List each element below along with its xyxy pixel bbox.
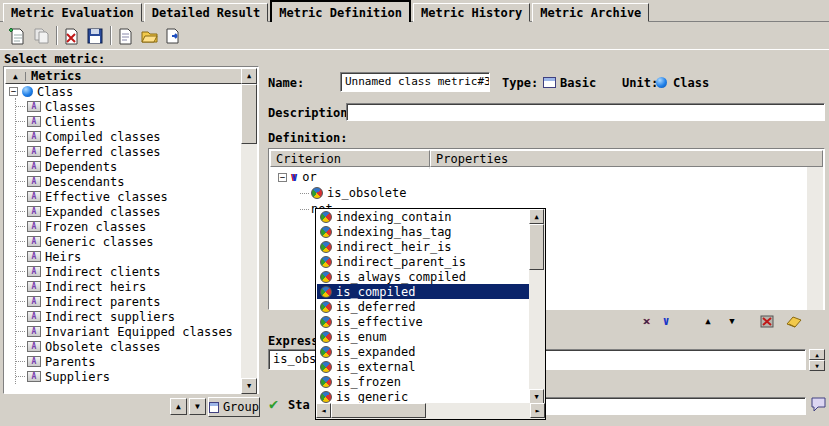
dropdown-scroll-down-icon[interactable]: ▼	[529, 389, 544, 404]
tab-metric-history[interactable]: Metric History	[413, 3, 530, 22]
tree-item-indirect-suppliers[interactable]: AIndirect suppliers	[5, 309, 242, 324]
import-metric-button[interactable]	[114, 25, 136, 47]
dropdown-scroll-right-icon[interactable]: ►	[530, 403, 545, 418]
tree-item-indirect-clients[interactable]: AIndirect clients	[5, 264, 242, 279]
export-metric-button[interactable]	[162, 25, 184, 47]
definition-scrollbar[interactable]	[807, 167, 823, 310]
dropdown-scroll-left-icon[interactable]: ◄	[316, 403, 331, 418]
tree-item-effective-classes[interactable]: AEffective classes	[5, 189, 242, 204]
move-criterion-up-button[interactable]: ▲	[698, 312, 718, 330]
description-input[interactable]	[346, 103, 825, 121]
toolbar-separator	[110, 26, 112, 45]
tree-item-indirect-heirs[interactable]: AIndirect heirs	[5, 279, 242, 294]
tree-item-indirect-parents[interactable]: AIndirect parents	[5, 294, 242, 309]
tab-detailed-result[interactable]: Detailed Result	[144, 3, 268, 22]
dropdown-item-is-effective[interactable]: is_effective	[317, 314, 529, 329]
copy-metric-button[interactable]	[30, 25, 52, 47]
tree-item-suppliers[interactable]: ASuppliers	[5, 369, 242, 384]
dropdown-item-is-enum[interactable]: is_enum	[317, 329, 529, 344]
metric-icon: A	[27, 191, 41, 202]
tree-line	[16, 151, 25, 152]
tree-item-heirs[interactable]: AHeirs	[5, 249, 242, 264]
and-operator-button[interactable]: ✕	[636, 312, 656, 330]
tree-scroll-thumb[interactable]	[241, 84, 257, 144]
dropdown-item-is-expanded[interactable]: is_expanded	[317, 344, 529, 359]
dropdown-item-is-frozen[interactable]: is_frozen	[317, 374, 529, 389]
tree-item-expanded-classes[interactable]: AExpanded classes	[5, 204, 242, 219]
dropdown-hscrollbar[interactable]: ◄ ►	[316, 403, 545, 419]
definition-row-or[interactable]: − ∨ or	[270, 169, 806, 185]
dropdown-scroll-thumb[interactable]	[529, 224, 544, 270]
tree-item-class[interactable]: −Class	[5, 84, 242, 99]
dropdown-item-is-compiled[interactable]: is_compiled	[317, 284, 529, 299]
or-operator-icon: ∨	[291, 170, 298, 184]
metric-icon: A	[27, 221, 41, 232]
tree-item-descendants[interactable]: ADescendants	[5, 174, 242, 189]
group-toggle-button[interactable]: Group	[208, 397, 260, 417]
expression-scroll-down-icon[interactable]: ▼	[809, 360, 825, 371]
save-metric-button[interactable]	[84, 25, 106, 47]
definition-row-is-obsolete[interactable]: is_obsolete	[270, 185, 806, 201]
dropdown-hscroll-thumb[interactable]	[331, 403, 426, 418]
tree-item-compiled-classes[interactable]: ACompiled classes	[5, 129, 242, 144]
tree-item-generic-classes[interactable]: AGeneric classes	[5, 234, 242, 249]
tree-line	[300, 193, 309, 194]
delete-metric-button[interactable]	[60, 25, 82, 47]
tab-metric-definition[interactable]: Metric Definition	[270, 0, 411, 22]
move-metric-down-button[interactable]: ▼	[189, 398, 206, 415]
dropdown-item-indexing-has-tag[interactable]: indexing_has_tag	[317, 224, 529, 239]
tree-line	[16, 121, 25, 122]
definition-row-label: or	[302, 170, 316, 184]
criterion-icon	[320, 376, 332, 388]
metric-icon: A	[27, 206, 41, 217]
open-metric-folder-button[interactable]	[138, 25, 160, 47]
comment-icon[interactable]	[810, 396, 827, 416]
collapse-icon[interactable]: −	[278, 173, 287, 182]
collapse-icon[interactable]: −	[9, 87, 18, 96]
tree-scrollbar[interactable]: ▲ ▼	[241, 68, 257, 394]
tree-line	[16, 256, 25, 257]
expression-scroll-up-icon[interactable]: ▲	[809, 349, 825, 360]
dropdown-scroll-up-icon[interactable]: ▲	[529, 209, 544, 224]
properties-column-header[interactable]: Properties	[430, 150, 823, 167]
dropdown-item-is-generic[interactable]: is_generic	[317, 389, 529, 404]
metric-icon: A	[27, 281, 41, 292]
tree-item-deferred-classes[interactable]: ADeferred classes	[5, 144, 242, 159]
new-metric-button[interactable]	[6, 25, 28, 47]
tab-metric-archive[interactable]: Metric Archive	[532, 3, 649, 22]
toolbar	[0, 23, 829, 50]
dropdown-item-is-external[interactable]: is_external	[317, 359, 529, 374]
or-operator-button[interactable]: ∨	[656, 312, 676, 330]
metric-icon: A	[27, 251, 41, 262]
tree-item-clients[interactable]: AClients	[5, 114, 242, 129]
criterion-column-header[interactable]: Criterion	[270, 150, 430, 167]
tree-line	[300, 209, 309, 210]
move-metric-up-button[interactable]: ▲	[170, 398, 187, 415]
tree-line	[16, 136, 25, 137]
tree-scroll-down-icon[interactable]: ▼	[241, 378, 257, 394]
tree-item-invariant-equipped-classes[interactable]: AInvariant Equipped classes	[5, 324, 242, 339]
dropdown-item-is-always-compiled[interactable]: is_always_compiled	[317, 269, 529, 284]
name-input[interactable]: Unnamed class metric#3	[340, 72, 490, 92]
move-criterion-down-button[interactable]: ▼	[722, 312, 742, 330]
remove-criterion-button[interactable]	[758, 312, 778, 330]
tree-item-classes[interactable]: AClasses	[5, 99, 242, 114]
metric-icon: A	[27, 296, 41, 307]
tree-item-frozen-classes[interactable]: AFrozen classes	[5, 219, 242, 234]
basic-type-icon	[543, 77, 556, 88]
metric-icon: A	[27, 266, 41, 277]
name-label: Name:	[268, 76, 304, 90]
erase-definition-button[interactable]	[784, 312, 804, 330]
dropdown-item-is-deferred[interactable]: is_deferred	[317, 299, 529, 314]
dropdown-item-indirect-parent-is[interactable]: indirect_parent_is	[317, 254, 529, 269]
metrics-column-header[interactable]: ▲ Metrics	[5, 68, 242, 84]
criterion-icon	[320, 331, 332, 343]
tree-item-parents[interactable]: AParents	[5, 354, 242, 369]
tree-item-obsolete-classes[interactable]: AObsolete classes	[5, 339, 242, 354]
dropdown-item-indexing-contain[interactable]: indexing_contain	[317, 209, 529, 224]
dropdown-vscrollbar[interactable]: ▲ ▼	[529, 209, 545, 405]
tab-metric-evaluation[interactable]: Metric Evaluation	[3, 3, 142, 22]
tree-item-dependents[interactable]: ADependents	[5, 159, 242, 174]
tree-scroll-up-icon[interactable]: ▲	[241, 68, 257, 84]
dropdown-item-indirect-heir-is[interactable]: indirect_heir_is	[317, 239, 529, 254]
